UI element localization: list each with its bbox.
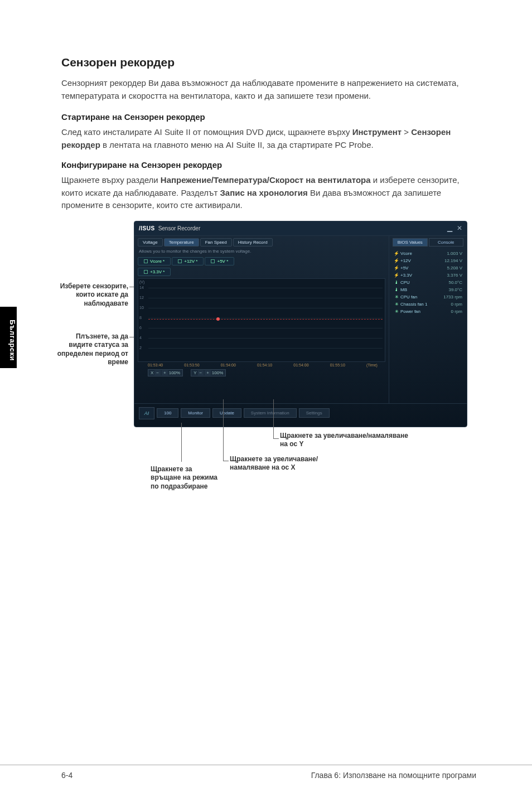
bolt-icon: ⚡ — [394, 258, 399, 263]
subheading-configure: Конфигуриране на Сензорен рекордер — [61, 160, 476, 170]
y-tick: 6 — [139, 326, 142, 330]
system-info-button[interactable]: System Information — [244, 408, 297, 418]
zoom-in-icon[interactable]: + — [205, 370, 211, 375]
close-icon[interactable]: ✕ — [457, 224, 462, 232]
tab-row: Voltage Temperature Fan Speed History Re… — [138, 238, 385, 247]
status-row: ⚡Vcore1.003 V — [393, 250, 463, 257]
checkbox-icon[interactable] — [211, 259, 215, 263]
bold-history: Запис на хронология — [220, 188, 307, 197]
sensor-label: +3.3V * — [150, 269, 165, 274]
status-value: 5.208 V — [447, 265, 462, 270]
status-name: Power fan — [400, 309, 451, 314]
plot-line — [148, 319, 383, 320]
callout-zoom-y: Щракнете за увеличаване/намаляване на ос… — [280, 432, 414, 449]
sensor-row-2: +3.3V * — [138, 268, 385, 276]
status-list: ⚡Vcore1.003 V ⚡+12V12.194 V ⚡+5V5.208 V … — [393, 250, 463, 315]
callout-line — [273, 438, 279, 439]
status-tab-console[interactable]: Console — [429, 238, 464, 247]
callout-line — [223, 399, 224, 461]
status-value: 39.0°C — [448, 287, 462, 292]
status-value: 0 rpm — [451, 302, 462, 307]
zoom-out-icon[interactable]: − — [198, 370, 204, 375]
sensor-vcore[interactable]: Vcore * — [138, 257, 171, 265]
monitor-button[interactable]: Monitor — [181, 408, 210, 418]
fan-icon: ✳ — [394, 309, 399, 314]
status-name: CPU fan — [400, 294, 443, 299]
checkbox-icon[interactable] — [144, 259, 148, 263]
bold-instrument: Инструмент — [352, 127, 402, 137]
tab-voltage[interactable]: Voltage — [138, 238, 163, 247]
bolt-icon: ⚡ — [394, 265, 399, 270]
temp-icon: 🌡 — [394, 287, 399, 292]
sensor-3v[interactable]: +3.3V * — [138, 268, 171, 276]
status-name: Vcore — [400, 251, 447, 256]
intro-text: Сензорният рекордер Ви дава възможност д… — [61, 77, 476, 102]
chart-area[interactable]: (V) 14 12 10 8 6 4 2 — [138, 278, 385, 362]
data-point-icon — [216, 317, 220, 321]
x-axis-row: 01:53:40 01:53:50 01:54:00 01:54:10 01:5… — [138, 362, 385, 367]
status-name: CPU — [400, 280, 448, 285]
sensor-5v[interactable]: +5V * — [205, 257, 234, 265]
checkbox-icon[interactable] — [178, 259, 182, 263]
configure-paragraph: Щракнете върху раздели Напрежение/Темпер… — [61, 174, 476, 212]
gridline — [148, 348, 383, 349]
status-value: 12.194 V — [444, 258, 462, 263]
bold-vts: Напрежение/Температура/Скорост на вентил… — [161, 175, 371, 185]
settings-button[interactable]: Settings — [299, 408, 330, 418]
zoom-x-control[interactable]: X − + 100% — [148, 369, 183, 376]
sensor-label: +5V * — [217, 259, 228, 264]
status-value: 1.003 V — [447, 251, 462, 256]
bolt-icon: ⚡ — [394, 273, 399, 278]
tab-history-record[interactable]: History Record — [233, 238, 273, 247]
status-value: 0 rpm — [451, 309, 462, 314]
gridline — [148, 338, 383, 339]
minimize-icon[interactable]: ▁ — [447, 224, 452, 232]
tab-fan-speed[interactable]: Fan Speed — [200, 238, 232, 247]
zoom-y-value: 100% — [212, 370, 223, 375]
zoom-y-control[interactable]: Y − + 100% — [191, 369, 226, 376]
y-tick: 4 — [139, 336, 142, 340]
y-axis-unit: (V) — [139, 280, 144, 284]
sensor-row-1: Vcore * +12V * +5V * — [138, 257, 385, 265]
page-title: Сензорен рекордер — [61, 56, 476, 69]
x-tick: 01:55:10 — [330, 363, 345, 367]
status-row: ⚡+12V12.194 V — [393, 257, 463, 264]
callout-default-mode: Щракнете за връщане на режима по подразб… — [151, 465, 223, 491]
tab-temperature[interactable]: Temperature — [164, 238, 199, 247]
status-row: ⚡+5V5.208 V — [393, 264, 463, 272]
x-tick: 01:53:40 — [148, 363, 163, 367]
x-tick: 01:53:50 — [184, 363, 199, 367]
status-name: MB — [400, 287, 448, 292]
callout-zoom-x: Щракнете за увеличаване/намаляване на ос… — [230, 455, 330, 472]
ai-suite-icon[interactable]: AI — [139, 407, 154, 419]
sensor-12v[interactable]: +12V * — [172, 257, 204, 265]
zoom-in-icon[interactable]: + — [162, 370, 168, 375]
zoom-out-icon[interactable]: − — [154, 370, 161, 375]
gridline — [148, 298, 383, 298]
sensor-label: Vcore * — [150, 259, 165, 264]
app-window: /ISUS Sensor Recorder ▁ ✕ Voltage Temper… — [134, 221, 467, 427]
gridline — [148, 288, 383, 288]
fan-icon: ✳ — [394, 302, 399, 307]
tab-description: Allows you to monitor the changes in the… — [139, 249, 385, 254]
temp-icon: 🌡 — [394, 280, 399, 285]
x-tick: 01:54:00 — [293, 363, 308, 367]
app-title: Sensor Recorder — [158, 225, 201, 231]
page-footer: 6-4 Глава 6: Използване на помощните про… — [0, 765, 532, 780]
status-row: 🌡MB39.0°C — [393, 286, 463, 293]
y-tick: 14 — [139, 286, 144, 289]
status-row: ✳Chassis fan 10 rpm — [393, 301, 463, 308]
checkbox-icon[interactable] — [144, 270, 148, 274]
default-zoom-button[interactable]: 100 — [157, 408, 178, 418]
bolt-icon: ⚡ — [394, 251, 399, 256]
status-panel: BIOS Values Console ⚡Vcore1.003 V ⚡+12V1… — [389, 236, 467, 403]
fan-icon: ✳ — [394, 294, 399, 299]
status-value: 50.0°C — [448, 280, 462, 285]
update-button[interactable]: Update — [212, 408, 241, 418]
gridline — [148, 328, 383, 328]
status-name: +5V — [400, 265, 447, 270]
status-row: ⚡+3.3V3.376 V — [393, 272, 463, 279]
language-tab: Български — [0, 307, 17, 368]
status-tab-bios[interactable]: BIOS Values — [393, 238, 428, 247]
start-text-a: След като инсталирате AI Suite II от пом… — [61, 127, 352, 137]
